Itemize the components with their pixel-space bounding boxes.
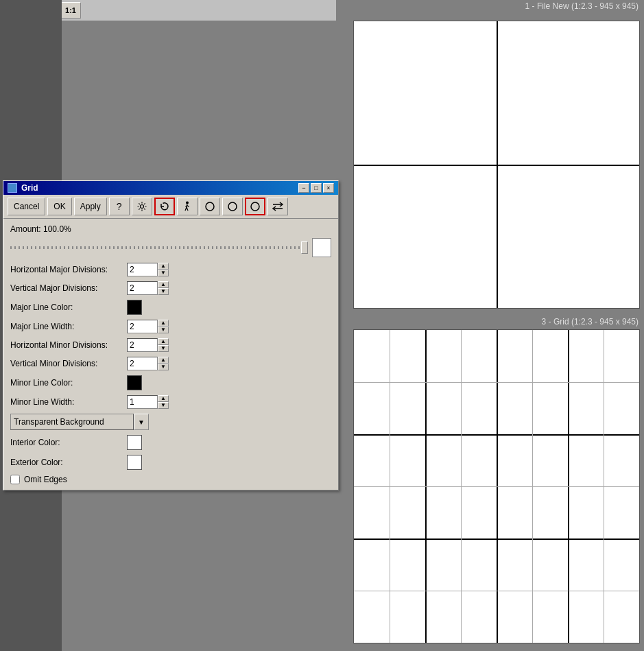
horizontal-major-label: Horizontal Major Divisions:	[10, 265, 127, 274]
vertical-minor-label: Vertical Minor Divisions:	[10, 359, 127, 368]
dialog-titlebar: Grid − □ ×	[3, 181, 338, 195]
exterior-color-label: Exterior Color:	[10, 458, 127, 467]
vertical-major-spinner: 2 ▲ ▼	[127, 281, 169, 295]
horizontal-major-up[interactable]: ▲	[158, 263, 169, 270]
minor-line-width-up[interactable]: ▲	[158, 395, 169, 402]
vertical-major-label: Vertical Major Divisions:	[10, 283, 127, 293]
amount-label: Amount: 100.0%	[10, 224, 71, 234]
minimize-button[interactable]: −	[298, 183, 309, 193]
background-dropdown-arrow[interactable]: ▼	[134, 414, 149, 430]
grid-minor-v4	[604, 330, 604, 643]
amount-preview	[312, 238, 331, 257]
background-dropdown-row: Transparent Background ▼	[10, 414, 331, 430]
major-line-width-input[interactable]: 2	[127, 320, 158, 333]
circle3-button[interactable]	[245, 198, 265, 215]
grid-minor-v2	[461, 330, 462, 643]
walk-button[interactable]	[177, 198, 198, 215]
slider-row	[10, 238, 331, 257]
horizontal-minor-input[interactable]: 2	[127, 338, 158, 352]
svg-line-13	[187, 206, 189, 207]
horizontal-major-spinner-btns: ▲ ▼	[158, 263, 169, 276]
major-line-width-spinner-btns: ▲ ▼	[158, 320, 169, 333]
horizontal-minor-spinner: 2 ▲ ▼	[127, 338, 169, 352]
minor-line-width-label: Minor Line Width:	[10, 397, 127, 407]
grid-dialog: Grid − □ × Cancel OK Apply ?	[3, 180, 339, 490]
titlebar-left: Grid	[8, 183, 38, 193]
major-line-color-swatch[interactable]	[127, 300, 142, 315]
one-to-one-button[interactable]: 1:1	[60, 2, 81, 19]
major-line-color-row: Major Line Color:	[10, 300, 331, 315]
cancel-button[interactable]: Cancel	[8, 198, 45, 215]
dialog-content: Amount: 100.0% Horizontal Major Division…	[3, 219, 338, 490]
svg-point-15	[228, 202, 237, 211]
major-line-width-up[interactable]: ▲	[158, 320, 169, 327]
minor-line-width-row: Minor Line Width: 1 ▲ ▼	[10, 395, 331, 409]
major-v-line	[497, 21, 498, 308]
grid-panel-title: 3 - Grid (1:2.3 - 945 x 945)	[542, 317, 639, 327]
svg-point-14	[206, 202, 214, 211]
interior-color-label: Interior Color:	[10, 438, 127, 447]
background-dropdown[interactable]: Transparent Background	[10, 414, 134, 430]
circle1-button[interactable]	[200, 198, 220, 215]
titlebar-controls: − □ ×	[298, 183, 334, 193]
vertical-minor-up[interactable]: ▲	[158, 357, 169, 364]
reset-button[interactable]	[154, 198, 175, 215]
help-button[interactable]: ?	[109, 198, 130, 215]
minor-line-color-row: Minor Line Color:	[10, 375, 331, 390]
vertical-major-input[interactable]: 2	[127, 281, 158, 295]
swap-button[interactable]	[267, 198, 288, 215]
circle2-button[interactable]	[222, 198, 243, 215]
vertical-minor-down[interactable]: ▼	[158, 364, 169, 370]
amount-row: Amount: 100.0%	[10, 224, 331, 234]
grid-minor-h2	[354, 486, 639, 487]
horizontal-minor-up[interactable]: ▲	[158, 338, 169, 345]
horizontal-major-down[interactable]: ▼	[158, 270, 169, 276]
major-line-color-label: Major Line Color:	[10, 303, 127, 312]
exterior-color-swatch[interactable]	[127, 455, 142, 470]
slider-container[interactable]	[10, 241, 308, 255]
omit-edges-checkbox[interactable]	[10, 475, 20, 484]
grid-canvas	[353, 329, 640, 643]
horizontal-minor-down[interactable]: ▼	[158, 345, 169, 352]
svg-point-8	[186, 202, 189, 204]
minor-line-width-input[interactable]: 1	[127, 395, 158, 409]
exterior-color-row: Exterior Color:	[10, 455, 331, 470]
minor-line-width-spinner-btns: ▲ ▼	[158, 395, 169, 409]
svg-point-7	[140, 205, 143, 209]
dialog-toolbar: Cancel OK Apply ?	[3, 195, 338, 219]
svg-line-11	[187, 207, 188, 211]
slider-thumb[interactable]	[301, 241, 308, 254]
background-dropdown-container: Transparent Background ▼	[10, 414, 331, 430]
ok-button[interactable]: OK	[47, 198, 71, 215]
vertical-major-row: Vertical Major Divisions: 2 ▲ ▼	[10, 281, 331, 295]
minor-line-color-swatch[interactable]	[127, 375, 142, 390]
vertical-major-up[interactable]: ▲	[158, 281, 169, 288]
interior-color-swatch[interactable]	[127, 435, 142, 450]
minor-line-width-down[interactable]: ▼	[158, 402, 169, 409]
slider-track	[10, 246, 308, 249]
major-line-width-label: Major Line Width:	[10, 322, 127, 331]
apply-button[interactable]: Apply	[74, 198, 107, 215]
vertical-major-down[interactable]: ▼	[158, 288, 169, 295]
horizontal-major-input[interactable]: 2	[127, 263, 158, 276]
close-button[interactable]: ×	[323, 183, 334, 193]
settings-button[interactable]	[132, 198, 152, 215]
restore-button[interactable]: □	[311, 183, 322, 193]
minor-line-width-spinner: 1 ▲ ▼	[127, 395, 169, 409]
file-new-canvas	[353, 21, 640, 309]
omit-edges-label: Omit Edges	[24, 475, 67, 484]
major-line-width-down[interactable]: ▼	[158, 327, 169, 333]
vertical-minor-spinner-btns: ▲ ▼	[158, 357, 169, 370]
horizontal-minor-label: Horizontal Minor Divisions:	[10, 340, 127, 350]
vertical-major-spinner-btns: ▲ ▼	[158, 281, 169, 295]
main-bg	[62, 21, 336, 185]
omit-edges-row: Omit Edges	[10, 475, 331, 484]
file-new-title: 1 - File New (1:2.3 - 945 x 945)	[525, 1, 639, 11]
grid-minor-v3	[532, 330, 533, 643]
dialog-app-icon	[8, 183, 17, 193]
vertical-minor-input[interactable]: 2	[127, 357, 158, 370]
major-line-width-row: Major Line Width: 2 ▲ ▼	[10, 320, 331, 333]
grid-minor-h1	[354, 382, 639, 383]
horizontal-major-row: Horizontal Major Divisions: 2 ▲ ▼	[10, 263, 331, 276]
interior-color-row: Interior Color:	[10, 435, 331, 450]
